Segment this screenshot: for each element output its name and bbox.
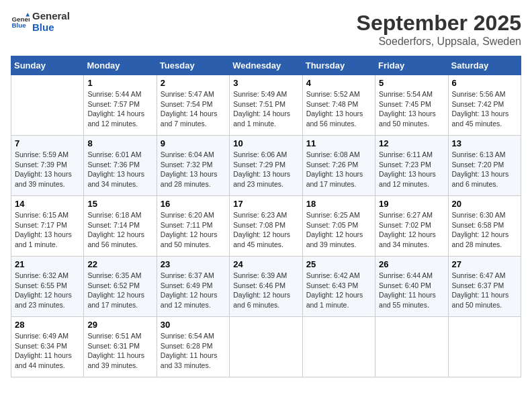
calendar-week-row: 1Sunrise: 5:44 AMSunset: 7:57 PMDaylight… bbox=[11, 75, 521, 136]
day-info: Sunrise: 6:04 AMSunset: 7:32 PMDaylight:… bbox=[161, 150, 226, 189]
day-info: Sunrise: 6:11 AMSunset: 7:23 PMDaylight:… bbox=[379, 150, 444, 189]
calendar-cell: 27Sunrise: 6:47 AMSunset: 6:37 PMDayligh… bbox=[448, 257, 521, 317]
calendar-cell bbox=[11, 75, 84, 136]
day-info: Sunrise: 6:08 AMSunset: 7:26 PMDaylight:… bbox=[306, 150, 371, 189]
day-info: Sunrise: 6:15 AMSunset: 7:17 PMDaylight:… bbox=[15, 210, 80, 250]
day-info: Sunrise: 5:52 AMSunset: 7:48 PMDaylight:… bbox=[306, 89, 371, 129]
day-number: 3 bbox=[233, 78, 298, 88]
title-block: September 2025 Soederfors, Uppsala, Swed… bbox=[357, 11, 521, 48]
day-info: Sunrise: 6:27 AMSunset: 7:02 PMDaylight:… bbox=[379, 210, 444, 250]
calendar-cell bbox=[302, 317, 375, 377]
day-number: 14 bbox=[15, 199, 80, 209]
day-number: 27 bbox=[452, 259, 517, 269]
day-number: 13 bbox=[452, 138, 517, 148]
day-info: Sunrise: 5:47 AMSunset: 7:54 PMDaylight:… bbox=[161, 89, 226, 129]
day-number: 16 bbox=[161, 199, 226, 209]
day-info: Sunrise: 6:32 AMSunset: 6:55 PMDaylight:… bbox=[15, 271, 80, 310]
day-info: Sunrise: 6:25 AMSunset: 7:05 PMDaylight:… bbox=[306, 210, 371, 250]
day-number: 5 bbox=[379, 78, 444, 88]
calendar-cell: 23Sunrise: 6:37 AMSunset: 6:49 PMDayligh… bbox=[157, 257, 229, 317]
day-number: 4 bbox=[306, 78, 371, 88]
day-info: Sunrise: 6:54 AMSunset: 6:28 PMDaylight:… bbox=[161, 331, 226, 371]
day-info: Sunrise: 6:20 AMSunset: 7:11 PMDaylight:… bbox=[161, 210, 226, 250]
day-info: Sunrise: 6:13 AMSunset: 7:20 PMDaylight:… bbox=[452, 150, 517, 189]
calendar-cell: 30Sunrise: 6:54 AMSunset: 6:28 PMDayligh… bbox=[157, 317, 229, 377]
calendar-cell: 1Sunrise: 5:44 AMSunset: 7:57 PMDaylight… bbox=[84, 75, 157, 136]
calendar-cell: 25Sunrise: 6:42 AMSunset: 6:43 PMDayligh… bbox=[302, 257, 375, 317]
calendar-cell: 11Sunrise: 6:08 AMSunset: 7:26 PMDayligh… bbox=[302, 136, 375, 196]
day-number: 8 bbox=[87, 138, 152, 148]
day-info: Sunrise: 6:18 AMSunset: 7:14 PMDaylight:… bbox=[87, 210, 152, 250]
logo-icon: General Blue bbox=[11, 13, 30, 32]
day-number: 22 bbox=[87, 259, 152, 269]
calendar-cell: 20Sunrise: 6:30 AMSunset: 6:58 PMDayligh… bbox=[448, 196, 521, 257]
day-info: Sunrise: 6:06 AMSunset: 7:29 PMDaylight:… bbox=[233, 150, 298, 189]
calendar-cell: 26Sunrise: 6:44 AMSunset: 6:40 PMDayligh… bbox=[375, 257, 448, 317]
day-number: 12 bbox=[379, 138, 444, 148]
calendar-cell: 4Sunrise: 5:52 AMSunset: 7:48 PMDaylight… bbox=[302, 75, 375, 136]
calendar-cell: 13Sunrise: 6:13 AMSunset: 7:20 PMDayligh… bbox=[448, 136, 521, 196]
calendar-cell bbox=[375, 317, 448, 377]
calendar-cell: 18Sunrise: 6:25 AMSunset: 7:05 PMDayligh… bbox=[302, 196, 375, 257]
calendar-cell: 6Sunrise: 5:56 AMSunset: 7:42 PMDaylight… bbox=[448, 75, 521, 136]
day-number: 10 bbox=[233, 138, 298, 148]
day-number: 15 bbox=[87, 199, 152, 209]
month-title: September 2025 bbox=[357, 11, 521, 36]
calendar-cell: 24Sunrise: 6:39 AMSunset: 6:46 PMDayligh… bbox=[230, 257, 302, 317]
day-info: Sunrise: 6:49 AMSunset: 6:34 PMDaylight:… bbox=[15, 331, 80, 371]
day-info: Sunrise: 6:39 AMSunset: 6:46 PMDaylight:… bbox=[233, 271, 298, 310]
day-number: 28 bbox=[15, 320, 80, 330]
calendar-cell: 12Sunrise: 6:11 AMSunset: 7:23 PMDayligh… bbox=[375, 136, 448, 196]
calendar-cell: 8Sunrise: 6:01 AMSunset: 7:36 PMDaylight… bbox=[84, 136, 157, 196]
calendar-cell: 22Sunrise: 6:35 AMSunset: 6:52 PMDayligh… bbox=[84, 257, 157, 317]
calendar-week-row: 28Sunrise: 6:49 AMSunset: 6:34 PMDayligh… bbox=[11, 317, 521, 377]
calendar-cell: 28Sunrise: 6:49 AMSunset: 6:34 PMDayligh… bbox=[11, 317, 84, 377]
day-info: Sunrise: 5:44 AMSunset: 7:57 PMDaylight:… bbox=[87, 89, 152, 129]
svg-marker-2 bbox=[26, 13, 30, 17]
day-header-sunday: Sunday bbox=[11, 56, 84, 75]
day-header-monday: Monday bbox=[84, 56, 157, 75]
day-number: 9 bbox=[161, 138, 226, 148]
day-number: 29 bbox=[87, 320, 152, 330]
day-number: 1 bbox=[87, 78, 152, 88]
day-info: Sunrise: 6:30 AMSunset: 6:58 PMDaylight:… bbox=[452, 210, 517, 250]
day-header-saturday: Saturday bbox=[448, 56, 521, 75]
calendar-week-row: 14Sunrise: 6:15 AMSunset: 7:17 PMDayligh… bbox=[11, 196, 521, 257]
calendar-cell: 15Sunrise: 6:18 AMSunset: 7:14 PMDayligh… bbox=[84, 196, 157, 257]
calendar-cell: 9Sunrise: 6:04 AMSunset: 7:32 PMDaylight… bbox=[157, 136, 229, 196]
day-info: Sunrise: 5:54 AMSunset: 7:45 PMDaylight:… bbox=[379, 89, 444, 129]
calendar-cell: 21Sunrise: 6:32 AMSunset: 6:55 PMDayligh… bbox=[11, 257, 84, 317]
calendar-table: SundayMondayTuesdayWednesdayThursdayFrid… bbox=[11, 56, 521, 377]
calendar-cell bbox=[448, 317, 521, 377]
day-number: 23 bbox=[161, 259, 226, 269]
day-number: 20 bbox=[452, 199, 517, 209]
day-info: Sunrise: 6:01 AMSunset: 7:36 PMDaylight:… bbox=[87, 150, 152, 189]
day-number: 30 bbox=[161, 320, 226, 330]
day-info: Sunrise: 6:51 AMSunset: 6:31 PMDaylight:… bbox=[87, 331, 152, 371]
day-info: Sunrise: 5:59 AMSunset: 7:39 PMDaylight:… bbox=[15, 150, 80, 189]
day-info: Sunrise: 6:23 AMSunset: 7:08 PMDaylight:… bbox=[233, 210, 298, 250]
calendar-cell: 14Sunrise: 6:15 AMSunset: 7:17 PMDayligh… bbox=[11, 196, 84, 257]
calendar-cell: 10Sunrise: 6:06 AMSunset: 7:29 PMDayligh… bbox=[230, 136, 302, 196]
calendar-header-row: SundayMondayTuesdayWednesdayThursdayFrid… bbox=[11, 56, 521, 75]
day-number: 17 bbox=[233, 199, 298, 209]
logo: General Blue General Blue bbox=[11, 11, 70, 33]
day-info: Sunrise: 6:47 AMSunset: 6:37 PMDaylight:… bbox=[452, 271, 517, 310]
calendar-cell: 17Sunrise: 6:23 AMSunset: 7:08 PMDayligh… bbox=[230, 196, 302, 257]
day-number: 25 bbox=[306, 259, 371, 269]
day-info: Sunrise: 6:42 AMSunset: 6:43 PMDaylight:… bbox=[306, 271, 371, 310]
calendar-cell: 5Sunrise: 5:54 AMSunset: 7:45 PMDaylight… bbox=[375, 75, 448, 136]
svg-text:Blue: Blue bbox=[11, 21, 26, 29]
calendar-week-row: 21Sunrise: 6:32 AMSunset: 6:55 PMDayligh… bbox=[11, 257, 521, 317]
day-header-thursday: Thursday bbox=[302, 56, 375, 75]
calendar-cell: 16Sunrise: 6:20 AMSunset: 7:11 PMDayligh… bbox=[157, 196, 229, 257]
logo-blue: Blue bbox=[32, 22, 70, 34]
day-number: 18 bbox=[306, 199, 371, 209]
calendar-cell: 2Sunrise: 5:47 AMSunset: 7:54 PMDaylight… bbox=[157, 75, 229, 136]
calendar-week-row: 7Sunrise: 5:59 AMSunset: 7:39 PMDaylight… bbox=[11, 136, 521, 196]
calendar-cell: 7Sunrise: 5:59 AMSunset: 7:39 PMDaylight… bbox=[11, 136, 84, 196]
day-header-tuesday: Tuesday bbox=[157, 56, 229, 75]
day-info: Sunrise: 5:49 AMSunset: 7:51 PMDaylight:… bbox=[233, 89, 298, 129]
day-number: 21 bbox=[15, 259, 80, 269]
location-title: Soederfors, Uppsala, Sweden bbox=[357, 36, 521, 48]
